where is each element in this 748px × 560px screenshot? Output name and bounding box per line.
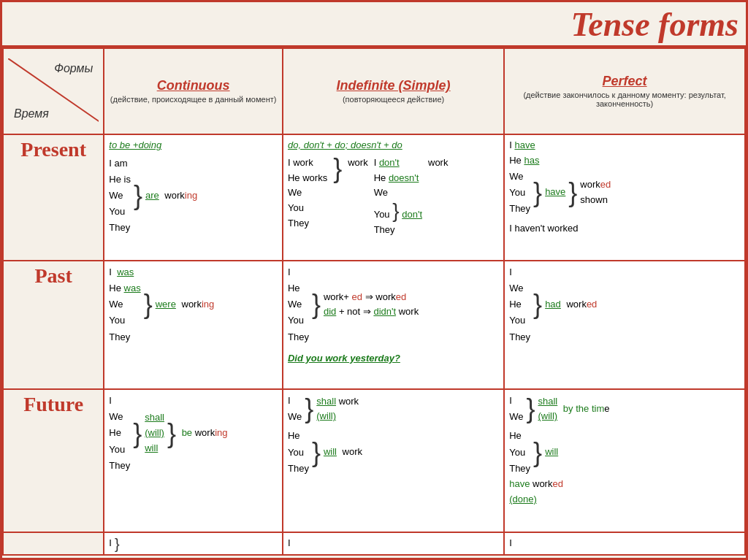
corner-formy-label: Формы bbox=[54, 62, 93, 75]
present-indefinite-cell: do, don't + do; doesn't + do I work He w… bbox=[283, 134, 504, 261]
present-cont-pronouns: I am He is We You They bbox=[109, 156, 131, 236]
past-perf-pronouns: I We He You They bbox=[509, 264, 530, 345]
corner-vremya-label: Время bbox=[14, 107, 49, 120]
future-perf-pronouns: I We bbox=[509, 393, 523, 425]
future-continuous-cell: I We He You They } shall (will) will } bbox=[104, 389, 283, 532]
present-cont-formula: to be +doing bbox=[109, 138, 278, 153]
corner-diagonal: Формы Время bbox=[8, 58, 99, 124]
future-label: Future bbox=[23, 393, 83, 415]
present-perf-negative: I haven't worked bbox=[509, 221, 740, 237]
present-row: Present to be +doing I am He is We You T… bbox=[3, 134, 745, 261]
perfect-subtitle: (действие закончилось к данному моменту:… bbox=[509, 91, 740, 108]
past-row: Past I was He was We You They } were bbox=[3, 261, 745, 389]
present-perfect-cell: I have He has We You They } have } worke… bbox=[504, 134, 745, 261]
bottom-perf-cell: I bbox=[504, 532, 745, 555]
present-indef-brace1: } bbox=[333, 156, 342, 182]
past-indef-question: Did you work yesterday? bbox=[288, 351, 499, 367]
header-row: Формы Время Continuous (действие, происх… bbox=[3, 48, 745, 134]
present-cont-are: are bbox=[145, 188, 159, 204]
bottom-label-cell bbox=[3, 532, 104, 555]
present-indef-work: work bbox=[348, 156, 367, 171]
present-cont-working: working bbox=[162, 188, 197, 204]
future-indefinite-cell: I We } shall work (will) He bbox=[283, 389, 504, 532]
indefinite-title: Indefinite (Simple) bbox=[288, 78, 499, 93]
present-continuous-cell: to be +doing I am He is We You They } ar… bbox=[104, 134, 283, 261]
continuous-subtitle: (действие, происходящее в данный момент) bbox=[109, 95, 278, 104]
bottom-partial-row: I } I I bbox=[3, 532, 745, 555]
continuous-title: Continuous bbox=[109, 78, 278, 93]
present-cont-content: I am He is We You They } are working bbox=[109, 156, 278, 236]
past-continuous-cell: I was He was We You They } were working bbox=[104, 261, 283, 389]
perfect-header: Perfect (действие закончилось к данному … bbox=[504, 48, 745, 134]
indefinite-header: Indefinite (Simple) (повторяющееся дейст… bbox=[283, 48, 504, 134]
indefinite-subtitle: (повторяющееся действие) bbox=[288, 95, 499, 104]
page-title: Tense forms bbox=[570, 6, 739, 43]
future-cont-pronouns: I We He You They bbox=[109, 393, 130, 473]
content-area: Формы Время Continuous (действие, происх… bbox=[2, 47, 746, 556]
present-indef-work2: work bbox=[428, 156, 448, 171]
past-cont-pronouns: I was He was We You They bbox=[109, 264, 140, 345]
continuous-header: Continuous (действие, происходящее в дан… bbox=[104, 48, 283, 134]
present-label-cell: Present bbox=[3, 134, 104, 261]
main-container: Tense forms Формы Время Continuous (дей bbox=[0, 0, 748, 560]
title-bar: Tense forms bbox=[2, 2, 746, 47]
present-perf-pronouns: We You They bbox=[509, 169, 530, 217]
past-indef-pronouns: I He We You They bbox=[288, 264, 309, 345]
past-perfect-cell: I We He You They } had worked bbox=[504, 261, 745, 389]
corner-cell: Формы Время bbox=[3, 48, 104, 134]
present-indef-content: I work He works We You They } work I don… bbox=[288, 156, 499, 238]
bottom-indef-cell: I bbox=[283, 532, 504, 555]
perfect-title: Perfect bbox=[509, 74, 740, 89]
past-label-cell: Past bbox=[3, 261, 104, 389]
past-indefinite-cell: I He We You They } work+ ed ⇒ worked did… bbox=[283, 261, 504, 389]
present-label: Present bbox=[20, 138, 86, 161]
present-indef-left: I work He works We You They bbox=[288, 156, 327, 231]
future-indef-pronouns: I We bbox=[288, 393, 302, 425]
past-label: Past bbox=[34, 264, 72, 287]
present-cont-brace: } bbox=[134, 183, 142, 209]
present-indef-right: I don't He doesn't We You } don't They bbox=[374, 156, 422, 238]
future-row: Future I We He You They } bbox=[3, 389, 745, 532]
future-label-cell: Future bbox=[3, 389, 104, 532]
present-indef-formula: do, don't + do; doesn't + do bbox=[288, 138, 499, 153]
tense-table: Формы Время Continuous (действие, происх… bbox=[2, 47, 746, 556]
bottom-cont-cell: I } bbox=[104, 532, 283, 555]
future-perfect-cell: I We } shall (will) by the time bbox=[504, 389, 745, 532]
